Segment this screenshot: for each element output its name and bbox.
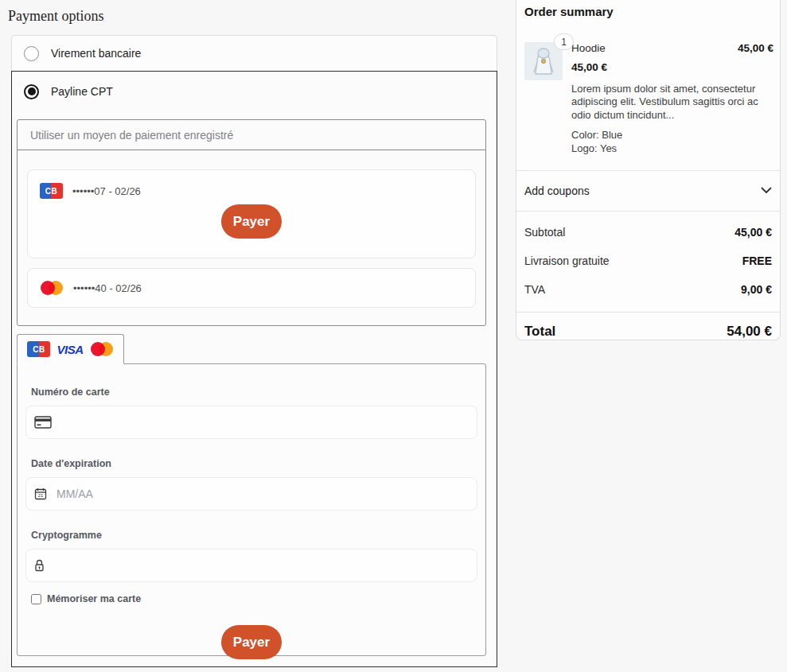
credit-card-icon <box>34 416 52 429</box>
product-unit-price: 45,00 € <box>571 61 773 73</box>
radio-unchecked-icon[interactable] <box>24 46 39 61</box>
subtotal-value: 45,00 € <box>734 226 772 239</box>
payment-option-label: Virement bancaire <box>51 47 141 60</box>
cvv-label: Cryptogramme <box>31 530 477 541</box>
page-title: Payment options <box>8 8 509 25</box>
expiry-field[interactable]: 21 <box>25 477 477 511</box>
svg-text:21: 21 <box>38 493 44 498</box>
total-value: 54,00 € <box>727 324 772 340</box>
product-name: Hoodie <box>571 42 606 54</box>
shipping-row: Livraison gratuite FREE <box>524 247 772 275</box>
saved-payment-methods-list: CB ••••••07 - 02/26 Payer ••••••40 - 02/… <box>18 150 485 308</box>
payment-option-label: Payline CPT <box>51 85 113 98</box>
card-number-input[interactable] <box>60 415 469 429</box>
payment-method-list: Virement bancaire Payline CPT Utiliser u… <box>11 35 497 667</box>
saved-card-masked-number: ••••••40 - 02/26 <box>73 282 142 294</box>
add-coupons-toggle[interactable]: Add coupons <box>516 170 780 212</box>
payment-option-payline-panel: Payline CPT Utiliser un moyen de paiemen… <box>11 71 497 667</box>
order-summary-panel: Order summary 1 Hoodie 45,00 € 45,00 € L… <box>516 0 781 340</box>
totals-section: Subtotal 45,00 € Livraison gratuite FREE… <box>524 212 772 304</box>
subtotal-row: Subtotal 45,00 € <box>524 218 772 247</box>
add-coupons-label: Add coupons <box>524 185 590 197</box>
payment-options-panel: Payment options Virement bancaire Paylin… <box>0 0 509 667</box>
visa-logo-icon: VISA <box>56 343 83 356</box>
mastercard-logo-icon <box>90 341 114 357</box>
remember-card-row[interactable]: Mémoriser ma carte <box>31 593 477 604</box>
cvv-field[interactable] <box>25 549 477 582</box>
new-card-tab[interactable]: CB VISA <box>17 334 124 364</box>
cb-logo-icon: CB <box>27 341 50 357</box>
subtotal-label: Subtotal <box>524 226 565 239</box>
saved-payment-methods-box: Utiliser un moyen de paiement enregistré… <box>17 119 486 326</box>
quantity-badge: 1 <box>554 33 574 50</box>
pay-new-card-button[interactable]: Payer <box>221 625 282 659</box>
shipping-label: Livraison gratuite <box>524 254 610 267</box>
calendar-icon: 21 <box>34 487 47 500</box>
payment-option-payline[interactable]: Payline CPT <box>12 72 497 111</box>
product-details: Hoodie 45,00 € 45,00 € Lorem ipsum dolor… <box>571 42 773 156</box>
tax-row: TVA 9,00 € <box>524 275 772 304</box>
order-item-row: 1 Hoodie 45,00 € 45,00 € Lorem ipsum dol… <box>524 42 772 156</box>
total-label: Total <box>524 324 555 340</box>
product-attribute-logo: Logo: Yes <box>571 142 773 156</box>
expiry-label: Date d'expiration <box>31 458 477 469</box>
tax-value: 9,00 € <box>741 283 772 296</box>
remember-card-label: Mémoriser ma carte <box>47 593 141 604</box>
card-number-label: Numéro de carte <box>31 386 477 398</box>
saved-payment-methods-header: Utiliser un moyen de paiement enregistré <box>18 120 485 150</box>
saved-card-cb[interactable]: CB ••••••07 - 02/26 Payer <box>27 169 476 258</box>
radio-checked-icon[interactable] <box>24 84 39 99</box>
pay-saved-card-button[interactable]: Payer <box>221 204 282 239</box>
saved-card-masked-number: ••••••07 - 02/26 <box>72 185 141 197</box>
order-summary-title: Order summary <box>524 5 772 18</box>
total-row: Total 54,00 € <box>516 312 780 351</box>
shipping-value: FREE <box>742 254 772 267</box>
product-description: Lorem ipsum dolor sit amet, consectetur … <box>571 83 773 122</box>
payment-option-virement[interactable]: Virement bancaire <box>11 35 497 72</box>
mastercard-logo-icon <box>40 280 64 296</box>
expiry-input[interactable] <box>55 487 469 501</box>
remember-card-checkbox[interactable] <box>31 594 41 604</box>
saved-card-mastercard[interactable]: ••••••40 - 02/26 <box>27 268 476 308</box>
lock-icon <box>34 559 45 572</box>
cb-logo-icon: CB <box>40 183 63 199</box>
card-number-field[interactable] <box>25 406 477 439</box>
tax-label: TVA <box>524 283 545 296</box>
new-card-form: Numéro de carte Date d'expiration <box>17 363 486 656</box>
product-line-price: 45,00 € <box>738 42 773 54</box>
product-attributes: Color: Blue Logo: Yes <box>571 129 773 156</box>
product-attribute-color: Color: Blue <box>571 129 773 142</box>
chevron-down-icon <box>761 187 772 194</box>
cvv-input[interactable] <box>53 558 469 573</box>
